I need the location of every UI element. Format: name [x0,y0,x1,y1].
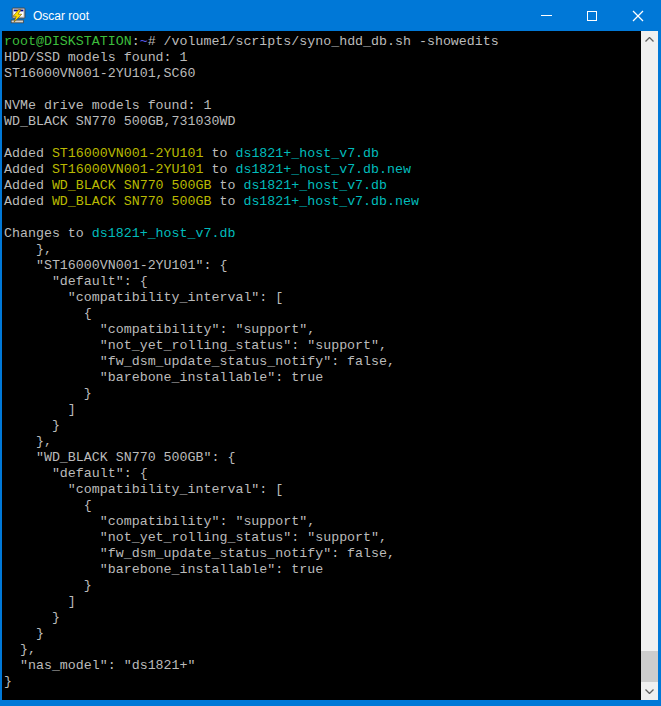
terminal-line: "compatibility": "support", [4,514,641,530]
close-button[interactable] [615,0,661,31]
terminal-line: "fw_dsm_update_status_notify": false, [4,546,641,562]
terminal-line: "nas_model": "ds1821+" [4,658,641,674]
title-bar[interactable]: Oscar root [0,0,661,31]
terminal-line: }, [4,434,641,450]
terminal-line: "not_yet_rolling_status": "support", [4,338,641,354]
scroll-down-button[interactable] [641,683,658,700]
terminal-line: } [4,386,641,402]
scrollbar[interactable] [641,31,658,700]
terminal-line: "default": { [4,274,641,290]
terminal-line: "default": { [4,466,641,482]
terminal-line: Changes to ds1821+_host_v7.db [4,226,641,242]
terminal-line: Added WD_BLACK SN770 500GB to ds1821+_ho… [4,178,641,194]
terminal-line: } [4,578,641,594]
terminal-line: Added ST16000VN001-2YU101 to ds1821+_hos… [4,162,641,178]
terminal-line: "compatibility": "support", [4,322,641,338]
terminal-line [4,82,641,98]
terminal-line: "compatibility_interval": [ [4,482,641,498]
terminal-line: "barebone_installable": true [4,370,641,386]
caption-buttons [523,0,661,31]
chevron-up-icon [645,37,654,42]
terminal-line: "not_yet_rolling_status": "support", [4,530,641,546]
terminal-line: } [4,418,641,434]
putty-terminal-icon[interactable] [9,7,26,24]
terminal-line: ] [4,402,641,418]
terminal-line: "barebone_installable": true [4,562,641,578]
terminal-line: "WD_BLACK SN770 500GB": { [4,450,641,466]
terminal-line: WD_BLACK SN770 500GB,731030WD [4,114,641,130]
chevron-down-icon [645,689,654,694]
terminal-line: } [4,626,641,642]
terminal-line: "compatibility_interval": [ [4,290,641,306]
terminal-line: Added ST16000VN001-2YU101 to ds1821+_hos… [4,146,641,162]
terminal-line [4,210,641,226]
maximize-button[interactable] [569,0,615,31]
window-title: Oscar root [33,9,89,23]
terminal-output[interactable]: root@DISKSTATION:~# /volume1/scripts/syn… [2,31,641,700]
minimize-icon [541,15,552,16]
terminal-line: Added WD_BLACK SN770 500GB to ds1821+_ho… [4,194,641,210]
terminal-line: }, [4,242,641,258]
putty-window: Oscar root root@DISKSTATION:~# /volume1/… [0,0,661,706]
terminal-line: "ST16000VN001-2YU101": { [4,258,641,274]
terminal-line: HDD/SSD models found: 1 [4,50,641,66]
terminal-line: } [4,610,641,626]
close-icon [632,10,644,22]
scroll-up-button[interactable] [641,31,658,48]
terminal-line: ] [4,594,641,610]
terminal-line: NVMe drive models found: 1 [4,98,641,114]
terminal-line: "fw_dsm_update_status_notify": false, [4,354,641,370]
terminal-line [4,130,641,146]
terminal-line: { [4,306,641,322]
terminal-line: ST16000VN001-2YU101,SC60 [4,66,641,82]
terminal-line: }, [4,642,641,658]
maximize-icon [587,11,597,21]
terminal-line: root@DISKSTATION:~# /volume1/scripts/syn… [4,34,641,50]
scrollbar-thumb[interactable] [641,651,658,682]
minimize-button[interactable] [523,0,569,31]
terminal-line: { [4,498,641,514]
terminal-line: } [4,674,641,690]
